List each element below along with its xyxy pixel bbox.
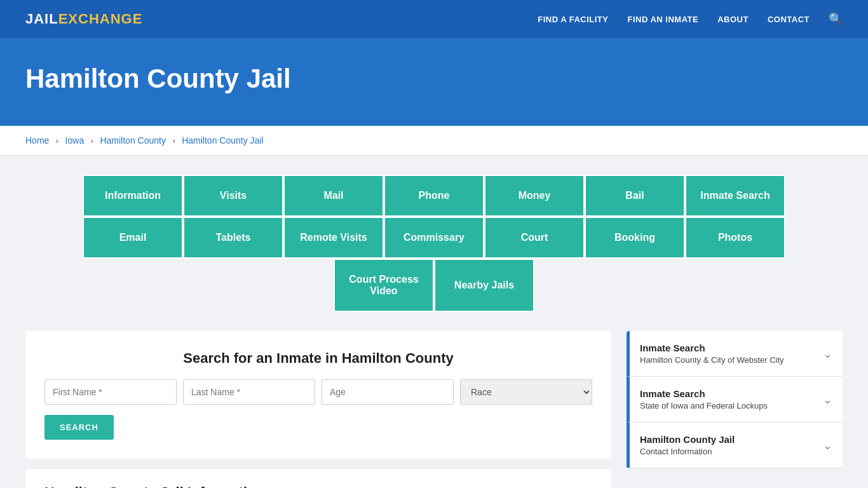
- sidebar-item-title-0: Inmate Search: [640, 342, 784, 353]
- btn-nearby-jails[interactable]: Nearby Jails: [434, 259, 534, 312]
- age-input[interactable]: [322, 379, 454, 405]
- nav-menu: FIND A FACILITY FIND AN INMATE ABOUT CON…: [538, 12, 843, 26]
- search-form: Race WhiteBlackHispanicAsianNative Ameri…: [44, 379, 592, 405]
- sidebar-item-subtitle-1: State of Iowa and Federal Lockups: [640, 401, 768, 410]
- hero-section: Hamilton County Jail: [0, 38, 868, 126]
- btn-commissary[interactable]: Commissary: [384, 217, 484, 259]
- main-content: Information Visits Mail Phone Money Bail…: [0, 156, 868, 488]
- chevron-down-icon-1: ⌄: [823, 393, 832, 407]
- btn-remote-visits[interactable]: Remote Visits: [283, 217, 384, 259]
- nav-buttons-row-2: Email Tablets Remote Visits Commissary C…: [83, 217, 785, 259]
- btn-court-process-video[interactable]: Court Process Video: [334, 259, 434, 312]
- btn-email[interactable]: Email: [83, 217, 183, 259]
- info-section: Hamilton County Jail Information: [25, 469, 611, 488]
- race-select[interactable]: Race WhiteBlackHispanicAsianNative Ameri…: [460, 379, 592, 405]
- breadcrumb-home[interactable]: Home: [25, 135, 49, 146]
- nav-about[interactable]: ABOUT: [717, 13, 749, 25]
- btn-photos[interactable]: Photos: [685, 217, 785, 259]
- nav-find-inmate[interactable]: FIND AN INMATE: [627, 13, 698, 25]
- btn-information[interactable]: Information: [83, 175, 183, 217]
- btn-court[interactable]: Court: [484, 217, 585, 259]
- breadcrumb-sep-3: ›: [172, 136, 175, 146]
- lower-section: Search for an Inmate in Hamilton County …: [25, 331, 843, 488]
- btn-tablets[interactable]: Tablets: [183, 217, 283, 259]
- sidebar: Inmate Search Hamilton County & City of …: [627, 331, 843, 468]
- last-name-input[interactable]: [183, 379, 315, 405]
- search-button[interactable]: SEARCH: [44, 415, 114, 440]
- breadcrumb-sep-1: ›: [56, 136, 58, 146]
- btn-visits[interactable]: Visits: [183, 175, 283, 217]
- chevron-down-icon-0: ⌄: [823, 347, 832, 361]
- info-section-title: Hamilton County Jail Information: [44, 484, 592, 488]
- page-title: Hamilton County Jail: [25, 64, 843, 94]
- nav-find-facility[interactable]: FIND A FACILITY: [538, 13, 608, 25]
- sidebar-item-title-1: Inmate Search: [640, 388, 768, 399]
- btn-money[interactable]: Money: [484, 175, 585, 217]
- btn-inmate-search[interactable]: Inmate Search: [685, 175, 785, 217]
- btn-booking[interactable]: Booking: [585, 217, 685, 259]
- sidebar-item-contact-info[interactable]: Hamilton County Jail Contact Information…: [627, 423, 843, 468]
- btn-mail[interactable]: Mail: [283, 175, 384, 217]
- first-name-input[interactable]: [44, 379, 177, 405]
- sidebar-item-inmate-search-iowa[interactable]: Inmate Search State of Iowa and Federal …: [627, 377, 843, 423]
- nav-buttons-row-1: Information Visits Mail Phone Money Bail…: [83, 175, 785, 217]
- breadcrumb-hamilton-county-jail[interactable]: Hamilton County Jail: [182, 135, 263, 146]
- sidebar-item-subtitle-0: Hamilton County & City of Webster City: [640, 355, 784, 365]
- nav-buttons-row-3: Court Process Video Nearby Jails: [334, 259, 534, 312]
- nav-buttons-grid: Information Visits Mail Phone Money Bail…: [25, 175, 843, 312]
- logo[interactable]: JAILEXCHANGE: [25, 11, 142, 27]
- chevron-down-icon-2: ⌄: [823, 438, 832, 452]
- search-panel: Search for an Inmate in Hamilton County …: [25, 331, 611, 459]
- sidebar-item-title-2: Hamilton County Jail: [640, 434, 735, 445]
- btn-phone[interactable]: Phone: [384, 175, 484, 217]
- breadcrumb-sep-2: ›: [91, 136, 93, 146]
- navbar: JAILEXCHANGE FIND A FACILITY FIND AN INM…: [0, 0, 868, 38]
- nav-contact[interactable]: CONTACT: [768, 13, 810, 25]
- sidebar-item-inmate-search-hamilton[interactable]: Inmate Search Hamilton County & City of …: [627, 331, 843, 377]
- breadcrumb: Home › Iowa › Hamilton County › Hamilton…: [0, 126, 868, 156]
- search-title: Search for an Inmate in Hamilton County: [44, 350, 592, 367]
- sidebar-item-subtitle-2: Contact Information: [640, 447, 735, 456]
- breadcrumb-hamilton-county[interactable]: Hamilton County: [100, 135, 166, 146]
- logo-jail: JAIL: [25, 11, 58, 27]
- logo-exchange: EXCHANGE: [58, 11, 143, 27]
- breadcrumb-iowa[interactable]: Iowa: [65, 135, 85, 146]
- search-icon[interactable]: 🔍: [829, 13, 843, 25]
- btn-bail[interactable]: Bail: [585, 175, 685, 217]
